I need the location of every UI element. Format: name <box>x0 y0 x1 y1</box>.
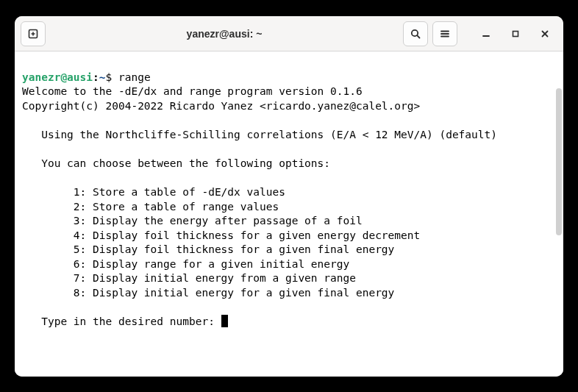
new-tab-icon <box>27 28 39 40</box>
close-icon <box>540 29 550 39</box>
svg-rect-9 <box>513 31 518 36</box>
menu-button[interactable] <box>432 21 457 46</box>
terminal-body[interactable]: yanezr@ausi:~$ range Welcome to the -dE/… <box>15 51 563 377</box>
output-typein: Type in the desired number: <box>22 316 221 327</box>
prompt-userhost: yanezr@ausi <box>22 71 93 83</box>
prompt-symbol: $ <box>106 71 118 83</box>
option-1: 1: Store a table of -dE/dx values <box>22 186 285 198</box>
hamburger-icon <box>439 28 451 40</box>
prompt-path: ~ <box>99 71 106 83</box>
search-button[interactable] <box>403 21 428 46</box>
option-5: 5: Display foil thickness for a given fi… <box>22 243 394 255</box>
new-tab-button[interactable] <box>21 21 46 46</box>
search-icon <box>410 28 421 40</box>
titlebar: yanezr@ausi: ~ <box>15 16 563 51</box>
option-8: 8: Display initial energy for a given fi… <box>22 287 394 299</box>
output-using: Using the Northcliffe-Schilling correlat… <box>22 129 497 140</box>
maximize-icon <box>510 29 521 39</box>
option-2: 2: Store a table of range values <box>22 201 279 213</box>
option-3: 3: Display the energy after passage of a… <box>22 215 363 227</box>
maximize-button[interactable] <box>503 21 528 46</box>
scrollbar[interactable] <box>556 88 562 235</box>
option-7: 7: Display initial energy from a given r… <box>22 272 356 284</box>
close-button[interactable] <box>532 21 557 46</box>
minimize-button[interactable] <box>474 21 499 46</box>
output-welcome: Welcome to the -dE/dx and range program … <box>22 85 363 97</box>
command-text: range <box>118 71 151 83</box>
minimize-icon <box>481 29 491 39</box>
option-6: 6: Display range for a given initial ene… <box>22 258 349 270</box>
svg-line-4 <box>417 35 419 38</box>
terminal-window: yanezr@ausi: ~ <box>15 16 563 377</box>
window-title: yanezr@ausi: ~ <box>50 28 399 40</box>
cursor <box>221 315 228 327</box>
prompt-sep: : <box>93 71 99 83</box>
output-choose: You can choose between the following opt… <box>22 157 330 169</box>
option-4: 4: Display foil thickness for a given en… <box>22 229 420 241</box>
output-copyright: Copyright(c) 2004-2022 Ricardo Yanez <ri… <box>22 100 420 112</box>
